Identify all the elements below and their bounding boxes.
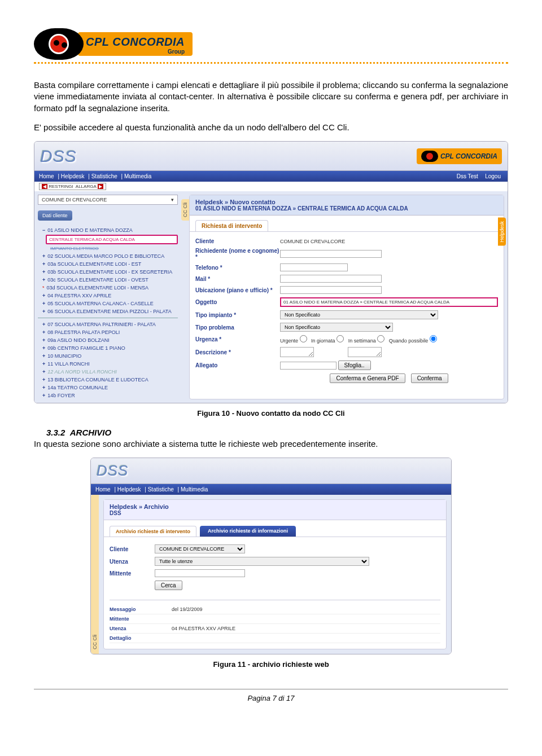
form-subtitle: 01 ASILO NIDO E MATERNA DOZZA » CENTRALE… (195, 205, 498, 212)
tab-richiesta[interactable]: Richiesta di intervento (195, 220, 268, 231)
tree-item[interactable]: 14a TEATRO COMUNALE (38, 384, 178, 392)
lbl-allegato: Allegato (195, 362, 280, 368)
tree-root[interactable]: 01 ASILO NIDO E MATERNA DOZZA (38, 226, 178, 234)
tree-selected[interactable]: CENTRALE TERMICA AD ACQUA CALDA (46, 235, 178, 244)
brand-name: CPL CONCORDIA (86, 36, 185, 49)
menu-user[interactable]: Dss Test (457, 173, 478, 179)
bug-icon (34, 28, 84, 60)
mini-bug-icon (421, 151, 438, 162)
tree-item[interactable]: 02 SCUOLA MEDIA MARCO POLO E BIBLIOTECA (38, 252, 178, 260)
input-telefono[interactable] (280, 263, 348, 271)
tree-item[interactable]: 06 SCUOLA ELEMENTARE MEDIA PIZZOLI - PAL… (38, 307, 178, 315)
input-mail[interactable] (280, 275, 382, 283)
lbl-cliente: Cliente (110, 546, 155, 552)
tab-richieste-intervento[interactable]: Archivio richieste di intervento (110, 526, 196, 537)
menu-helpdesk[interactable]: Helpdesk (61, 173, 85, 179)
menu-statistiche[interactable]: Statistiche (148, 486, 174, 493)
select-tipo-impianto[interactable]: Non Specificato (280, 310, 438, 319)
select-tipo-problema[interactable]: Non Specificato (280, 323, 393, 332)
lbl-tipo-problema: Tipo problema (195, 324, 280, 331)
lbl-dettaglio[interactable]: Dettaglio (110, 635, 172, 641)
radio-settimana[interactable] (377, 335, 384, 342)
radio-possibile[interactable] (430, 335, 437, 342)
chevron-down-icon: ▾ (171, 197, 174, 203)
conferma-button[interactable]: Conferma (411, 373, 448, 383)
screenshot-archivio: DSS Home | Helpdesk | Statistiche | Mult… (90, 458, 452, 654)
tree-item[interactable]: 09a ASILO NIDO BOLZANI (38, 336, 178, 344)
tree-item[interactable]: 05 SCUOLA MATERNA CALANCA - CASELLE (38, 300, 178, 307)
sfoglia-button[interactable]: Sfoglia.. (338, 361, 371, 370)
lbl-telefono: Telefono * (195, 265, 280, 271)
lbl-descrizione: Descrizione * (195, 349, 280, 355)
menu-multimedia[interactable]: Multimedia (181, 486, 208, 493)
select-cliente[interactable]: COMUNE DI CREVALCORE (155, 544, 245, 553)
figure-caption-11: Figura 11 - archivio richieste web (34, 660, 508, 669)
dati-cliente-button[interactable]: Dati cliente (38, 210, 72, 221)
tree-item[interactable]: 12 ALA NORD VILLA RONCHI (38, 368, 178, 376)
mini-brand: CPL CONCORDIA (417, 148, 502, 164)
textarea-descrizione-2[interactable] (348, 347, 382, 357)
tab-richieste-informazioni[interactable]: Archivio richieste di informazioni (200, 526, 296, 537)
tree-item[interactable]: 07 SCUOLA MATERNA PALTRINIERI - PALATA (38, 320, 178, 328)
input-allegato[interactable] (280, 362, 336, 370)
menu-bar: Home | Helpdesk | Statistiche | Multimed… (34, 171, 508, 182)
select-utenza[interactable]: Tutte le utenze (155, 557, 369, 566)
menu-logout[interactable]: Logou (485, 173, 501, 179)
section-text: In questa sezione sono archiviate a sist… (34, 438, 508, 450)
app-logo: DSS (40, 147, 77, 166)
lbl-tipo-impianto: Tipo impianto * (195, 312, 280, 318)
tree-item[interactable]: 13 BIBLIOTECA COMUNALE E LUDOTECA (38, 376, 178, 384)
input-ubicazione[interactable] (280, 286, 382, 294)
archivio-breadcrumb: Helpdesk » Archivio (110, 503, 440, 510)
menu-helpdesk[interactable]: Helpdesk (117, 486, 141, 493)
tree-item[interactable]: 10 MUNICIPIO (38, 352, 178, 360)
menu-multimedia[interactable]: Multimedia (124, 173, 151, 179)
tree-sub[interactable]: IMPIANTO ELETTRICO (38, 245, 178, 252)
radio-urgente[interactable] (300, 335, 307, 342)
restringi-btn[interactable]: ◀ RESTRINGI ALLARGA ▶ (39, 183, 106, 190)
paragraph-1: Basta compilare correttamente i campi el… (34, 80, 508, 114)
tree-item[interactable]: 04 PALESTRA XXV APRILE (38, 292, 178, 300)
lbl-mittente-r: Mittente (110, 616, 172, 622)
lbl-mittente: Mittente (110, 570, 155, 577)
conferma-pdf-button[interactable]: Conferma e Genera PDF (330, 373, 405, 383)
page-header-logo: CPL CONCORDIA Group (34, 28, 508, 60)
tree-item[interactable]: 09b CENTRO FAMIGLIE 1 PIANO (38, 344, 178, 352)
val-oggetto: 01 ASILO NIDO E MATERNA DOZZA » CENTRALE… (280, 297, 498, 307)
helpdesk-side-tab[interactable]: Helpdesk (498, 218, 506, 246)
lbl-mail: Mail * (195, 276, 280, 282)
page-footer: Pagina 7 di 17 (34, 689, 508, 702)
lbl-cliente: Cliente (195, 238, 280, 244)
tree-item[interactable]: 11 VILLA RONCHI (38, 360, 178, 368)
tree-item[interactable]: 14b FOYER (38, 392, 178, 399)
menu-statistiche[interactable]: Statistiche (91, 173, 117, 179)
menu-home[interactable]: Home (95, 486, 111, 493)
tree-item[interactable]: 03c SCUOLA ELEMENTARE LODI - OVEST (38, 276, 178, 284)
figure-caption-10: Figura 10 - Nuovo contatto da nodo CC Cl… (34, 409, 508, 417)
input-richiedente[interactable] (280, 250, 382, 258)
brand-sub: Group (168, 49, 185, 55)
dotted-rule (34, 62, 508, 64)
screenshot-nuovo-contatto: DSS CPL CONCORDIA Home | Helpdesk | Stat… (34, 141, 508, 403)
tree-item[interactable]: 08 PALESTRA PALATA PEPOLI (38, 328, 178, 336)
lbl-messaggio: Messaggio (110, 606, 172, 612)
cerca-button[interactable]: Cerca (155, 581, 182, 590)
archivio-sub: DSS (110, 510, 440, 516)
textarea-descrizione[interactable] (280, 347, 314, 357)
cliente-combo[interactable]: COMUNE DI CREVALCORE ▾ (38, 195, 178, 205)
tree-item[interactable]: 03a SCUOLA ELEMENTARE LODI - EST (38, 260, 178, 268)
form-card: Helpdesk Helpdesk » Nuovo contatto 01 AS… (189, 195, 504, 399)
menu-bar-2: Home | Helpdesk | Statistiche | Multimed… (91, 484, 451, 495)
lbl-oggetto: Oggetto (195, 299, 280, 305)
lbl-richiedente: Richiedente (nome e cognome) * (195, 248, 280, 260)
val-messaggio: del 19/2/2009 (172, 606, 203, 612)
sidebar: COMUNE DI CREVALCORE ▾ Dati cliente 01 A… (34, 191, 181, 403)
input-mittente[interactable] (155, 569, 245, 577)
vertical-tab-cccli[interactable]: CC Cli (91, 495, 99, 654)
menu-home[interactable]: Home (39, 173, 54, 179)
tree-item[interactable]: 03b SCUOLA ELEMENTARE LODI - EX SEGRETER… (38, 268, 178, 276)
vertical-tab-cccli[interactable]: CC Cli (181, 199, 189, 221)
radio-giornata[interactable] (336, 335, 344, 342)
tree-item[interactable]: 03d SCUOLA ELEMENTARE LODI - MENSA (38, 284, 178, 292)
form-breadcrumb: Helpdesk » Nuovo contatto (195, 199, 498, 205)
